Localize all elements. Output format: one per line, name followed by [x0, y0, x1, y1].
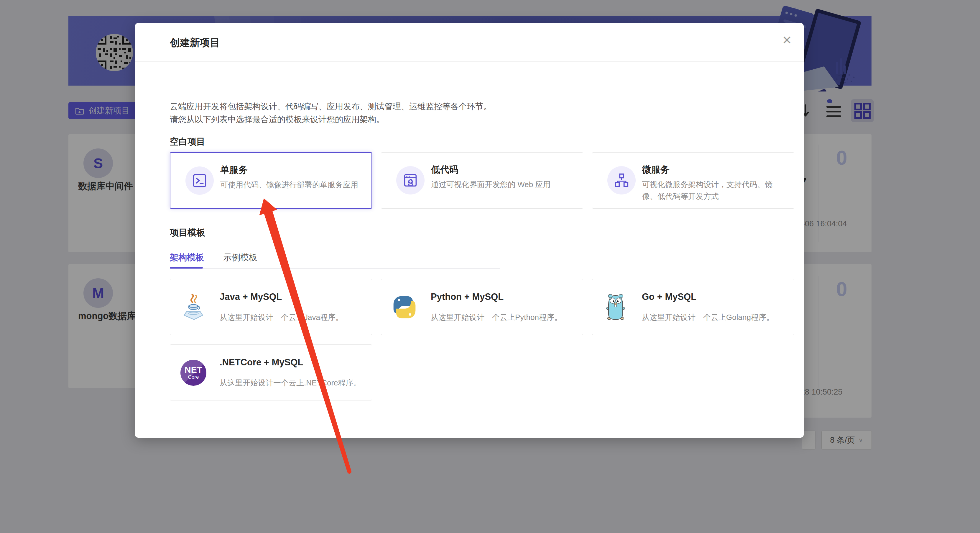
template-desc: 从这里开始设计一个云上Python程序。 [431, 312, 562, 322]
option-desc: 可使用代码、镜像进行部署的单服务应用 [220, 179, 364, 191]
tab-architecture-templates[interactable]: 架构模板 [170, 252, 204, 263]
blank-section-title: 空白项目 [170, 136, 205, 148]
option-desc: 可视化微服务架构设计，支持代码、镜像、低代码等开发方式 [642, 179, 786, 202]
java-logo [180, 293, 207, 322]
option-title: 单服务 [220, 164, 248, 176]
option-title: 微服务 [642, 163, 670, 176]
microservice-icon [607, 166, 636, 195]
intro-line-2: 请您从以下列表中选择最合适的模板来设计您的应用架构。 [170, 114, 385, 125]
option-desc: 通过可视化界面开发您的 Web 应用 [431, 179, 575, 190]
tab-divider [170, 268, 500, 269]
template-desc: 从这里开始设计一个云上.NETCore程序。 [220, 378, 361, 388]
tab-example-templates[interactable]: 示例模板 [223, 252, 258, 263]
template-section-title: 项目模板 [170, 227, 205, 239]
template-card-java-mysql[interactable]: Java + MySQL 从这里开始设计一个云上Java程序。 [170, 279, 372, 335]
template-title: .NETCore + MySQL [220, 357, 303, 368]
option-card-single-service[interactable]: 单服务 可使用代码、镜像进行部署的单服务应用 [170, 152, 372, 209]
netcore-logo-text: NET [185, 365, 202, 374]
option-card-microservice[interactable]: 微服务 可视化微服务架构设计，支持代码、镜像、低代码等开发方式 [592, 152, 794, 209]
intro-line-1: 云端应用开发将包括架构设计、代码编写、应用发布、测试管理、运维监控等各个环节。 [170, 101, 492, 112]
template-title: Java + MySQL [220, 292, 282, 302]
create-project-modal: 创建新项目 ✕ 云端应用开发将包括架构设计、代码编写、应用发布、测试管理、运维监… [135, 23, 804, 438]
modal-title: 创建新项目 [170, 36, 220, 49]
terminal-icon [185, 166, 214, 195]
template-card-python-mysql[interactable]: Python + MySQL 从这里开始设计一个云上Python程序。 [381, 279, 583, 335]
template-title: Python + MySQL [431, 292, 504, 302]
option-title: 低代码 [431, 163, 458, 176]
template-desc: 从这里开始设计一个云上Golang程序。 [642, 312, 774, 322]
template-card-go-mysql[interactable]: Go + MySQL 从这里开始设计一个云上Golang程序。 [592, 279, 794, 335]
template-title: Go + MySQL [642, 292, 696, 302]
close-icon[interactable]: ✕ [782, 34, 792, 46]
active-tab-indicator [170, 267, 203, 268]
template-desc: 从这里开始设计一个云上Java程序。 [220, 312, 343, 322]
netcore-logo: NET Core [180, 358, 207, 387]
lowcode-window-icon [396, 166, 425, 195]
go-gopher-logo [602, 293, 629, 322]
template-card-netcore-mysql[interactable]: NET Core .NETCore + MySQL 从这里开始设计一个云上.NE… [170, 345, 372, 401]
python-logo [391, 293, 418, 322]
netcore-logo-subtext: Core [188, 374, 199, 380]
modal-header: 创建新项目 ✕ [135, 23, 804, 62]
option-card-low-code[interactable]: 低代码 通过可视化界面开发您的 Web 应用 [381, 152, 583, 209]
